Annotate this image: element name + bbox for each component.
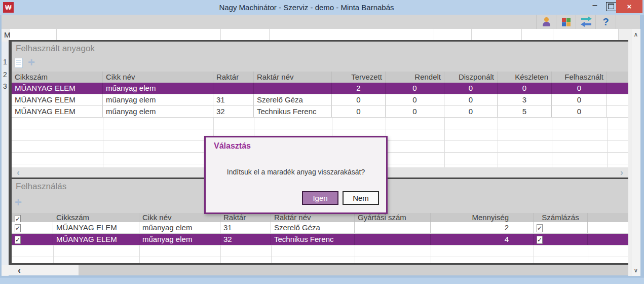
col-header-raktar[interactable]: Raktár [220, 213, 271, 222]
col-header-mennyiseg[interactable]: Mennyiség [431, 213, 534, 222]
col-header-gyartasiszam[interactable]: Gyártási szám [355, 213, 431, 222]
background-row-numbers: 1 2 3 [2, 42, 9, 276]
modules-button[interactable] [556, 15, 576, 29]
usage-section-title: Felhasználás [16, 182, 66, 192]
materials-row[interactable]: MŰANYAG ELEM műanyag elem 32 Technikus F… [12, 106, 628, 118]
modules-grid-icon [562, 18, 571, 26]
application-window: ₩ Nagy Machinátor - Szerviz - demo - Min… [0, 0, 644, 284]
col-header-cikknev[interactable]: Cikk név [139, 213, 220, 222]
scroll-up-icon[interactable]: ∧ [631, 31, 640, 38]
dialog-title: Választás [214, 141, 251, 151]
add-material-button[interactable]: + [28, 57, 35, 67]
add-usage-button[interactable]: + [15, 197, 22, 207]
background-grid-row [10, 29, 619, 41]
yes-button[interactable]: Igen [302, 191, 338, 205]
usage-row[interactable]: ✓ MŰANYAG ELEM műanyag elem 31 Szerelő G… [12, 222, 628, 234]
row-checkbox-checked[interactable]: ✓ [15, 236, 21, 244]
col-header-diszponalt[interactable]: Diszponált [444, 72, 498, 83]
col-header-keszleten[interactable]: Készleten [498, 72, 552, 83]
question-icon: ? [602, 16, 609, 28]
col-header-raktarnev[interactable]: Raktár név [254, 72, 332, 83]
col-header-rendelt[interactable]: Rendelt [386, 72, 444, 83]
col-header-tervezett[interactable]: Tervezett [332, 72, 386, 83]
materials-row-selected[interactable]: MŰANYAG ELEM műanyag elem 2 0 0 0 0 [12, 83, 628, 94]
scroll-down-icon[interactable]: ∨ [631, 267, 640, 274]
window-bottom-border [0, 277, 644, 284]
col-header-szamlazas[interactable]: Számlázás [534, 213, 588, 222]
col-header-blank [607, 72, 628, 83]
billing-checkbox-checked[interactable]: ✓ [537, 224, 543, 232]
titlebar[interactable]: ₩ Nagy Machinátor - Szerviz - demo - Min… [0, 0, 644, 15]
materials-panel-header: Felhasznált anyagok + [12, 42, 628, 72]
user-icon [542, 17, 551, 26]
dialog-message: Indítsuk el a maradék anyag visszarakásá… [206, 168, 386, 176]
usage-header-row: ✓ Cikkszám Cikk név Raktár Raktár név Gy… [12, 213, 628, 222]
scroll-left-icon[interactable]: ‹ [18, 265, 21, 275]
vertical-scrollbar[interactable]: ∧ ∨ [631, 29, 640, 276]
transfer-arrows-icon [580, 17, 592, 27]
minimize-button[interactable]: – [587, 0, 603, 13]
col-header-raktarnev[interactable]: Raktár név [271, 213, 355, 222]
scroll-left-icon[interactable]: ‹ [17, 167, 20, 178]
usage-row-selected[interactable]: ✓ MŰANYAG ELEM műanyag elem 32 Technikus… [12, 234, 628, 245]
col-header-felhasznalt[interactable]: Felhasznált [552, 72, 607, 83]
scrollbar-thumb[interactable] [2, 265, 79, 275]
billing-checkbox-checked[interactable]: ✓ [537, 236, 543, 244]
col-header-cikkszam[interactable]: Cikkszám [12, 72, 103, 83]
help-button[interactable]: ? [595, 15, 616, 29]
transfer-button[interactable] [576, 15, 596, 29]
document-button[interactable] [15, 58, 23, 68]
bottom-hscrollbar[interactable]: ‹ [2, 265, 631, 275]
maximize-icon [608, 4, 614, 9]
select-all-checkbox[interactable]: ✓ [12, 213, 53, 222]
row-checkbox-checked[interactable]: ✓ [15, 224, 21, 232]
panel-border-bottom [9, 263, 628, 265]
materials-row[interactable]: MŰANYAG ELEM műanyag elem 31 Szerelő Géz… [12, 94, 628, 106]
checkbox-checked[interactable]: ✓ [15, 215, 21, 222]
window-title: Nagy Machinátor - Szerviz - demo - Minta… [0, 0, 613, 15]
no-button[interactable]: Nem [343, 191, 379, 205]
scroll-right-icon[interactable]: › [620, 167, 623, 178]
col-header-cikkszam[interactable]: Cikkszám [53, 213, 139, 222]
clipped-text: M [4, 30, 11, 39]
col-header-cikknev[interactable]: Cikk név [103, 72, 213, 83]
close-button[interactable]: × [616, 0, 642, 13]
materials-header-row: Cikkszám Cikk név Raktár Raktár név Terv… [12, 72, 628, 83]
toolbar: ? [2, 15, 640, 29]
col-header-raktar[interactable]: Raktár [213, 72, 254, 83]
materials-section-title: Felhasznált anyagok [16, 44, 95, 54]
usage-empty-rows [12, 245, 628, 263]
user-button[interactable] [536, 15, 556, 29]
choice-dialog: Választás Indítsuk el a maradék anyag vi… [204, 136, 388, 214]
